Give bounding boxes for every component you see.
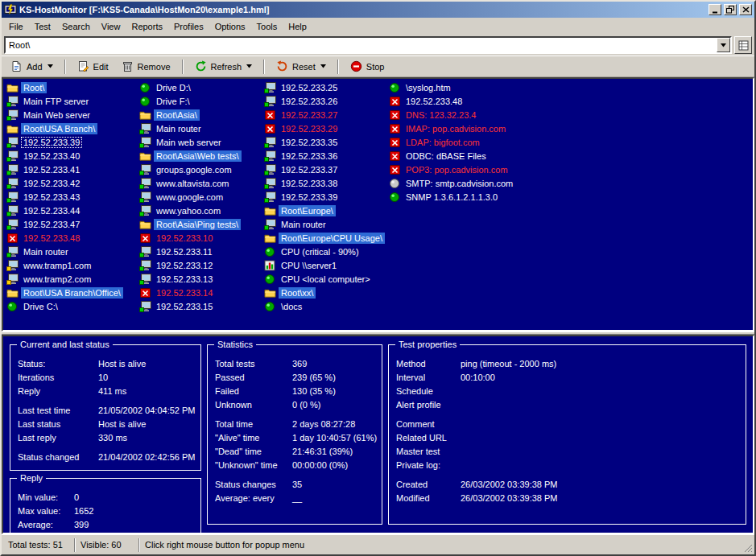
tree-item[interactable]: IMAP: pop.cadvision.com (386, 121, 753, 135)
menu-item-reports[interactable]: Reports (126, 19, 168, 34)
tree-item[interactable]: Root\ (4, 80, 137, 94)
tree-item[interactable]: Root\Europe\CPU Usage\ (262, 231, 386, 245)
menu-item-tools[interactable]: Tools (251, 19, 283, 34)
tree-item[interactable]: 192.52.233.39 (4, 135, 137, 149)
path-combobox[interactable]: Root\ (4, 36, 732, 54)
tree-item[interactable]: Root\Asia\ (137, 108, 262, 121)
tree-item[interactable]: Drive C:\ (4, 299, 137, 313)
tree-item[interactable]: 192.52.233.37 (262, 163, 386, 176)
menu-item-help[interactable]: Help (283, 19, 312, 34)
list-properties-button[interactable] (734, 36, 752, 54)
tree-item[interactable]: \syslog.htm (386, 80, 753, 94)
panel-row: Total tests369 (215, 356, 378, 370)
tree-item[interactable]: groups.google.com (137, 163, 262, 176)
tree-item[interactable]: 192.52.233.26 (262, 94, 386, 108)
menu-item-file[interactable]: File (3, 19, 29, 34)
reset-button[interactable]: Reset (271, 58, 332, 75)
menu-item-test[interactable]: Test (29, 19, 56, 34)
tree-item[interactable]: \docs (262, 299, 386, 313)
title-bar: KS-HostMonitor [F:\KS5-Canada\HostMon20\… (2, 2, 754, 18)
tree-item[interactable]: Root\USA Branch\Office\ (4, 286, 137, 299)
tree-item[interactable]: 192.52.233.38 (262, 176, 386, 190)
tree-item[interactable]: CPU \\server1 (262, 258, 386, 272)
tree-column-3: 192.52.233.25192.52.233.26192.52.233.271… (262, 80, 386, 330)
tree-item-label: Main router (154, 123, 204, 134)
tree-item[interactable]: 192.52.233.13 (137, 272, 262, 286)
resize-grip[interactable] (742, 537, 753, 553)
tree-item[interactable]: ODBC: dBASE Files (386, 149, 753, 163)
restore-button[interactable] (724, 4, 737, 15)
tree-item[interactable]: www.tramp1.com (4, 258, 137, 272)
tree-item[interactable]: Drive F:\ (137, 94, 262, 108)
menu-item-options[interactable]: Options (209, 19, 251, 34)
tree-item[interactable]: www.altavista.com (137, 176, 262, 190)
tree-item[interactable]: Main router (262, 217, 386, 231)
tree-item-label: 192.52.233.47 (21, 219, 82, 230)
tree-item[interactable]: Root\Asia\Web tests\ (137, 149, 262, 163)
edit-button[interactable]: Edit (72, 58, 114, 75)
tree-item[interactable]: Root\Asia\Ping tests\ (137, 217, 262, 231)
tree-item[interactable]: 192.52.233.42 (4, 176, 137, 190)
tree-item[interactable]: Drive D:\ (137, 80, 262, 94)
tree-item[interactable]: Main FTP server (4, 94, 137, 108)
minimize-button[interactable] (708, 4, 721, 15)
tree-item[interactable]: SMTP: smtp.cadvision.com (386, 176, 753, 190)
add-button[interactable]: Add (5, 58, 59, 75)
tree-item[interactable]: Root\xx\ (262, 286, 386, 299)
stop-button[interactable]: Stop (345, 58, 390, 75)
close-button[interactable] (739, 4, 752, 15)
menu-item-profiles[interactable]: Profiles (168, 19, 209, 34)
tree-item[interactable]: 192.52.233.15 (137, 299, 262, 313)
tree-item[interactable]: Main web server (137, 135, 262, 149)
menu-item-view[interactable]: View (96, 19, 126, 34)
chevron-down-icon[interactable] (320, 64, 326, 68)
tree-item[interactable]: 192.52.233.47 (4, 217, 137, 231)
tree-item[interactable]: 192.52.233.39 (262, 190, 386, 204)
tree-item[interactable]: Root\USA Branch\ (4, 121, 137, 135)
tree-item[interactable]: 192.52.233.40 (4, 149, 137, 163)
tree-item[interactable]: 192.52.233.14 (137, 286, 262, 299)
tree-item[interactable]: 192.52.233.35 (262, 135, 386, 149)
tree-item[interactable]: 192.52.233.27 (262, 108, 386, 121)
tree-item-label: Root\xx\ (279, 287, 316, 299)
tree-item[interactable]: Root\Europe\ (262, 204, 386, 217)
host-icon (6, 219, 19, 230)
tree-item[interactable]: CPU <local computer> (262, 272, 386, 286)
tree-item[interactable]: Main router (4, 245, 137, 258)
tree-item[interactable]: 192.52.233.11 (137, 245, 262, 258)
tree-item[interactable]: 192.52.233.10 (137, 231, 262, 245)
tree-item[interactable]: 192.52.233.43 (4, 190, 137, 204)
tree-item[interactable]: 192.52.233.12 (137, 258, 262, 272)
chevron-down-icon[interactable] (48, 64, 53, 68)
tree-item[interactable]: CPU (critical - 90%) (262, 245, 386, 258)
window-title: KS-HostMonitor [F:\KS5-Canada\HostMon20\… (19, 5, 706, 14)
chevron-down-icon[interactable] (246, 64, 252, 68)
tree-item-label: www.google.com (154, 192, 225, 203)
host-dead-icon (6, 233, 19, 244)
tree-item[interactable]: DNS: 123.32.23.4 (386, 108, 753, 121)
tree-item[interactable]: www.yahoo.com (137, 204, 262, 217)
path-combobox-value[interactable]: Root\ (6, 38, 717, 52)
remove-button[interactable]: Remove (116, 58, 176, 75)
tree-item[interactable]: Main router (137, 121, 262, 135)
menu-item-search[interactable]: Search (56, 19, 96, 34)
tree-item[interactable]: 192.52.233.48 (4, 231, 137, 245)
panel-value: 399 (74, 520, 89, 529)
tree-item[interactable]: 192.52.233.36 (262, 149, 386, 163)
tree-item[interactable]: 192.52.233.41 (4, 163, 137, 176)
tree-item[interactable]: 192.52.233.29 (262, 121, 386, 135)
refresh-icon (195, 60, 207, 72)
tree-item[interactable]: www.tramp2.com (4, 272, 137, 286)
panel-row: Last statusHost is alive (18, 417, 197, 430)
refresh-button[interactable]: Refresh (189, 58, 258, 75)
combo-dropdown-button[interactable] (717, 38, 730, 52)
tree-item[interactable]: 192.52.233.44 (4, 204, 137, 217)
tree-item[interactable]: Main Web server (4, 108, 137, 121)
tree-item[interactable]: SNMP 1.3.6.1.2.1.1.3.0 (386, 190, 753, 204)
tree-item[interactable]: 192.52.233.48 (386, 94, 753, 108)
tree-item-label: www.tramp2.com (21, 274, 93, 285)
tree-item[interactable]: LDAP: bigfoot.com (386, 135, 753, 149)
tree-item[interactable]: www.google.com (137, 190, 262, 204)
tree-item[interactable]: 192.52.233.25 (262, 80, 386, 94)
tree-item[interactable]: POP3: pop.cadvision.com (386, 163, 753, 176)
